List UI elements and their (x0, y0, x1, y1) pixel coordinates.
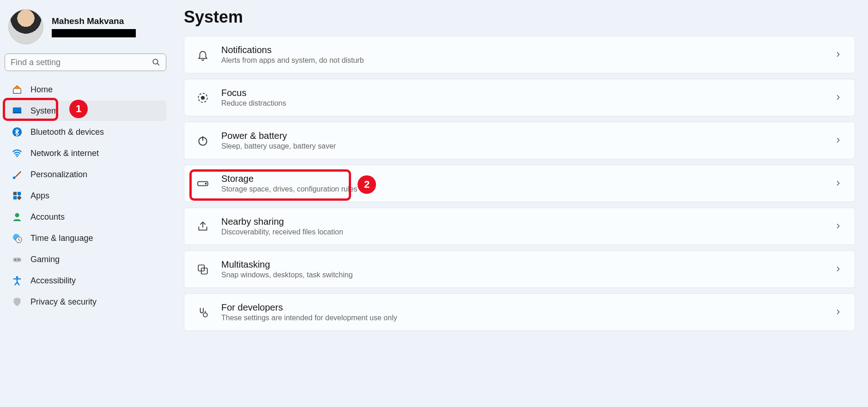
chevron-right-icon (834, 222, 843, 231)
page-title: System (184, 7, 855, 27)
card-title: Storage (221, 174, 822, 184)
card-title: Focus (221, 88, 822, 98)
chevron-right-icon (834, 180, 843, 188)
card-nearby[interactable]: Nearby sharing Discoverability, received… (184, 208, 855, 245)
card-notifications[interactable]: Notifications Alerts from apps and syste… (184, 36, 855, 73)
nav-item-accounts[interactable]: Accounts (5, 207, 166, 227)
svg-rect-14 (13, 257, 21, 262)
card-power[interactable]: Power & battery Sleep, battery usage, ba… (184, 122, 855, 159)
svg-point-17 (16, 276, 18, 278)
svg-point-11 (15, 213, 19, 217)
card-subtitle: Reduce distractions (221, 99, 822, 108)
search-input-wrapper[interactable] (5, 54, 166, 71)
nav-label: Time & language (30, 233, 93, 243)
nav-label: Apps (30, 191, 49, 201)
settings-list: Notifications Alerts from apps and syste… (184, 36, 855, 331)
svg-point-0 (153, 59, 158, 64)
profile-redacted-bar (52, 29, 136, 37)
nav-item-time[interactable]: Time & language (5, 228, 166, 248)
system-icon (12, 106, 22, 116)
card-subtitle: Storage space, drives, configuration rul… (221, 185, 822, 193)
card-multitasking[interactable]: Multitasking Snap windows, desktops, tas… (184, 251, 855, 288)
home-icon (12, 84, 22, 95)
profile-block[interactable]: Mahesh Makvana (5, 5, 166, 49)
multitask-icon (196, 263, 209, 276)
annotation-badge-1: 1 (69, 100, 88, 118)
clock-globe-icon (12, 233, 22, 243)
svg-rect-8 (18, 192, 21, 195)
nav-list: Home System 1 Bluetooth & devices Networ… (5, 79, 166, 312)
person-icon (12, 212, 22, 222)
avatar (8, 9, 43, 44)
card-subtitle: Sleep, battery usage, battery saver (221, 142, 822, 150)
accessibility-icon (12, 275, 22, 286)
nav-label: Home (30, 85, 53, 95)
nav-item-home[interactable]: Home (5, 79, 166, 100)
gamepad-icon (12, 254, 22, 264)
card-subtitle: Snap windows, desktops, task switching (221, 271, 822, 279)
nav-item-personalization[interactable]: Personalization (5, 164, 166, 185)
nav-label: Network & internet (30, 149, 99, 158)
svg-point-23 (205, 183, 206, 184)
svg-line-1 (157, 63, 159, 66)
card-title: Nearby sharing (221, 216, 822, 227)
sidebar: Mahesh Makvana Home System 1 (0, 0, 171, 407)
svg-rect-10 (17, 195, 21, 200)
focus-icon (196, 91, 209, 104)
card-developers[interactable]: For developers These settings are intend… (184, 293, 855, 331)
card-title: For developers (221, 302, 822, 313)
search-input[interactable] (11, 58, 147, 67)
card-subtitle: Alerts from apps and system, do not dist… (221, 56, 822, 65)
apps-icon (12, 191, 22, 201)
card-title: Multitasking (221, 259, 822, 270)
tools-icon (196, 306, 209, 319)
card-subtitle: These settings are intended for developm… (221, 314, 822, 322)
nav-item-system[interactable]: System 1 (5, 101, 166, 121)
chevron-right-icon (834, 94, 843, 102)
chevron-right-icon (834, 137, 843, 145)
card-subtitle: Discoverability, received files location (221, 228, 822, 236)
nav-label: Accounts (30, 212, 65, 222)
nav-item-gaming[interactable]: Gaming (5, 249, 166, 269)
nav-label: Privacy & security (30, 297, 97, 307)
nav-label: Bluetooth & devices (30, 127, 104, 137)
shield-icon (12, 297, 22, 307)
drive-icon (196, 177, 209, 190)
card-focus[interactable]: Focus Reduce distractions (184, 79, 855, 116)
card-title: Power & battery (221, 131, 822, 141)
nav-item-bluetooth[interactable]: Bluetooth & devices (5, 122, 166, 142)
svg-point-6 (13, 177, 15, 180)
main-content: System Notifications Alerts from apps an… (171, 0, 868, 407)
brush-icon (12, 169, 22, 180)
chevron-right-icon (834, 265, 843, 274)
nav-label: Accessibility (30, 276, 76, 286)
nav-item-accessibility[interactable]: Accessibility (5, 270, 166, 291)
power-icon (196, 134, 209, 147)
share-icon (196, 220, 209, 233)
nav-item-network[interactable]: Network & internet (5, 143, 166, 163)
svg-point-19 (201, 96, 205, 99)
nav-label: System (30, 106, 58, 116)
svg-rect-3 (13, 112, 21, 114)
nav-item-apps[interactable]: Apps (5, 186, 166, 206)
search-icon (152, 58, 160, 66)
svg-point-16 (18, 259, 19, 261)
profile-name: Mahesh Makvana (52, 16, 136, 26)
svg-rect-9 (13, 196, 17, 199)
nav-item-privacy[interactable]: Privacy & security (5, 292, 166, 312)
nav-label: Gaming (30, 255, 60, 264)
svg-rect-7 (13, 192, 17, 195)
bell-icon (196, 48, 209, 61)
svg-point-5 (17, 156, 18, 157)
chevron-right-icon (834, 308, 843, 317)
svg-point-15 (15, 259, 16, 261)
card-title: Notifications (221, 45, 822, 55)
card-storage[interactable]: Storage Storage space, drives, configura… (184, 165, 855, 202)
svg-point-26 (203, 313, 207, 317)
wifi-icon (12, 148, 22, 158)
nav-label: Personalization (30, 170, 87, 180)
chevron-right-icon (834, 51, 843, 59)
bluetooth-icon (12, 127, 22, 137)
